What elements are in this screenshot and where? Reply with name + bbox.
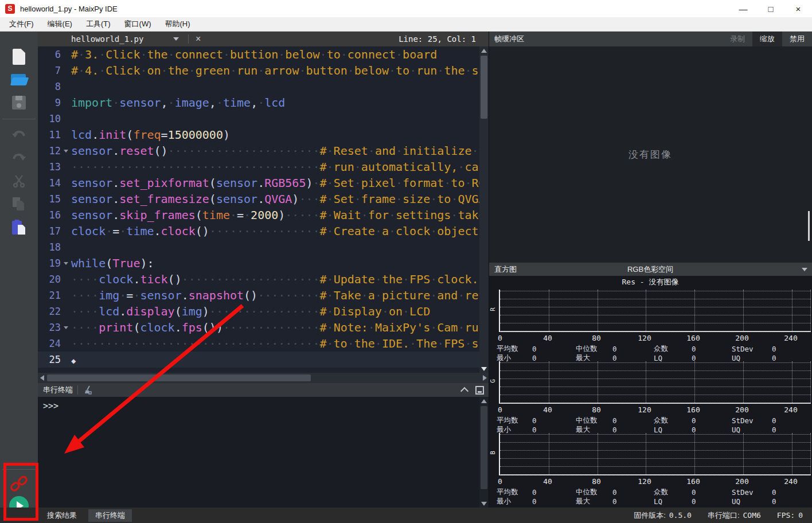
fold-marker-icon[interactable]: [61, 326, 71, 329]
connect-button[interactable]: [0, 473, 38, 495]
scrollbar-thumb[interactable]: [481, 406, 487, 489]
title-bar: S helloworld_1.py - MaixPy IDE — □ ×: [0, 0, 812, 18]
tab-dropdown-icon[interactable]: [173, 37, 179, 41]
menu-tools[interactable]: 工具(T): [79, 17, 118, 31]
line-number: 21: [38, 290, 61, 301]
chevron-down-icon[interactable]: [802, 268, 807, 271]
terminal-vertical-scrollbar[interactable]: [479, 397, 489, 508]
resolution-text: Res - 没有图像: [489, 276, 812, 288]
redo-button[interactable]: [0, 147, 38, 170]
left-toolbar: [0, 32, 38, 508]
maixpy-ide-window: S helloworld_1.py - MaixPy IDE — □ × 文件(…: [0, 0, 812, 523]
stat-label: StDev: [732, 488, 772, 497]
code-text: ····img·=·sensor.snapshot()·········#·Ta…: [71, 288, 479, 302]
scrollbar-thumb[interactable]: [481, 56, 487, 119]
histogram-plot-G: [499, 361, 811, 404]
menu-file[interactable]: 文件(F): [2, 17, 41, 31]
tab-serial-terminal[interactable]: 串行终端: [88, 509, 132, 522]
frame-buffer-title: 帧缓冲区: [489, 34, 524, 44]
code-line-18: 18: [38, 239, 479, 255]
code-line-12: 12sensor.reset()······················#·…: [38, 143, 479, 159]
stat-label: UQ: [732, 497, 772, 506]
code-text: #·4.·Click·on·the·green·run·arrow·button…: [71, 64, 479, 77]
code-line-23: 23····print(clock.fps())··············#·…: [38, 319, 479, 335]
code-line-11: 11lcd.init(freq=15000000): [38, 127, 479, 143]
panel-layout-icon[interactable]: [475, 386, 484, 395]
fold-marker-icon[interactable]: [61, 262, 71, 265]
open-file-button[interactable]: [0, 68, 38, 91]
menu-help[interactable]: 帮助(H): [158, 17, 197, 31]
record-button[interactable]: 录制: [723, 32, 752, 46]
minimize-button[interactable]: —: [729, 0, 757, 17]
serial-terminal[interactable]: >>>: [38, 397, 479, 508]
code-text: sensor.set_framesize(sensor.QVGA)···#·Se…: [71, 192, 479, 206]
code-line-16: 16sensor.skip_frames(time·=·2000)·····#·…: [38, 207, 479, 223]
line-number: 25: [38, 354, 61, 365]
code-text: ◆: [71, 353, 76, 366]
code-line-8: 8: [38, 79, 479, 95]
stat-label: StDev: [732, 345, 772, 353]
status-bar: 搜索结果 串行终端 固件版本:0.5.0 串行端口:COM6 FPS:0: [0, 508, 812, 523]
line-number: 11: [38, 129, 61, 140]
paste-button[interactable]: [0, 216, 38, 239]
tab-search-results[interactable]: 搜索结果: [40, 509, 84, 522]
editor-vertical-scrollbar[interactable]: [479, 46, 489, 373]
disable-button[interactable]: 禁用: [782, 32, 812, 46]
stat-value: 0: [772, 416, 812, 425]
stat-value: 0: [532, 416, 576, 425]
code-editor[interactable]: 6#·3.·Click·the·connect·buttion·below·to…: [38, 46, 479, 373]
y-axis-label-R: R: [489, 305, 497, 314]
colorspace-select[interactable]: RGB色彩空间: [489, 264, 812, 275]
line-number: 10: [38, 113, 61, 124]
menu-bar: 文件(F) 编辑(E) 工具(T) 窗口(W) 帮助(H): [0, 17, 812, 32]
undo-icon: [11, 129, 26, 142]
terminal-prompt: >>>: [38, 397, 479, 411]
stat-value: 0: [692, 488, 732, 497]
save-file-button[interactable]: [0, 91, 38, 114]
line-number: 6: [38, 49, 61, 60]
copy-icon: [13, 197, 25, 211]
zoom-button[interactable]: 缩放: [752, 32, 782, 46]
stat-value: 0: [612, 497, 654, 506]
editor-horizontal-scrollbar[interactable]: [38, 373, 489, 383]
connect-divider: [2, 469, 36, 470]
histogram-R: R04080120160200240平均数0中位数0众数0StDev0最小0最大…: [489, 288, 812, 360]
code-text: sensor.skip_frames(time·=·2000)·····#·Wa…: [71, 208, 479, 222]
cut-button[interactable]: [0, 170, 38, 193]
code-text: #·3.·Click·the·connect·buttion·below·to·…: [71, 48, 437, 61]
line-number: 24: [38, 338, 61, 349]
collapse-terminal-icon[interactable]: [460, 387, 469, 395]
stat-label: StDev: [732, 416, 772, 425]
frame-buffer-scrollbar[interactable]: [808, 211, 810, 241]
code-line-15: 15sensor.set_framesize(sensor.QVGA)···#·…: [38, 191, 479, 207]
clear-terminal-icon[interactable]: [83, 385, 93, 395]
window-title: helloworld_1.py - MaixPy IDE: [20, 5, 118, 13]
histogram-plot-R: [499, 290, 811, 332]
undo-button[interactable]: [0, 124, 38, 147]
tab-helloworld[interactable]: helloworld_1.py ×: [71, 32, 204, 46]
stat-label: 众数: [654, 416, 692, 426]
menu-edit[interactable]: 编辑(E): [41, 17, 79, 31]
code-text: sensor.set_pixformat(sensor.RGB565)·#·Se…: [71, 176, 479, 190]
frame-buffer-header: 帧缓冲区 录制 缩放 禁用: [489, 32, 812, 46]
code-line-19: 19while(True):: [38, 255, 479, 271]
paste-icon: [12, 220, 26, 235]
menu-window[interactable]: 窗口(W): [118, 17, 158, 31]
disconnect-icon: [9, 474, 29, 494]
x-axis-ticks: 04080120160200240: [499, 405, 811, 415]
code-text: sensor.reset()······················#·Re…: [71, 144, 479, 158]
scrollbar-thumb[interactable]: [47, 374, 311, 381]
code-text: ····lcd.display(img)················#·Di…: [71, 305, 430, 318]
no-image-text: 没有图像: [628, 148, 672, 161]
stat-value: 0: [612, 416, 654, 425]
histogram-B: B04080120160200240平均数0中位数0众数0StDev0最小0最大…: [489, 432, 812, 504]
close-button[interactable]: ×: [784, 0, 812, 17]
maximize-button[interactable]: □: [757, 0, 784, 17]
copy-button[interactable]: [0, 193, 38, 216]
new-file-button[interactable]: [0, 45, 38, 68]
code-line-22: 22····lcd.display(img)················#·…: [38, 303, 479, 319]
fold-marker-icon[interactable]: [61, 150, 71, 153]
toolbar-divider: [2, 119, 36, 119]
tab-close-icon[interactable]: ×: [192, 34, 204, 44]
histogram-header: 直方图 RGB色彩空间: [489, 263, 812, 276]
